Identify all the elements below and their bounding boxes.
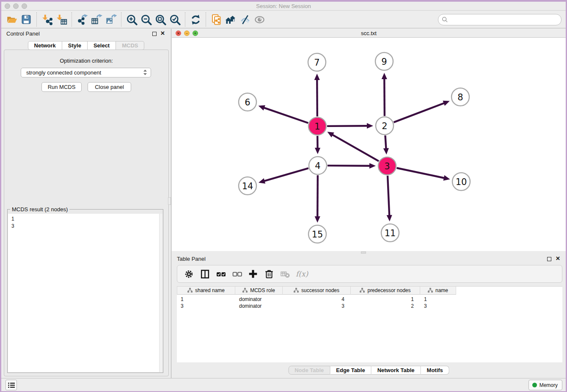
cell-successor-nodes[interactable]: 4 [283, 296, 351, 303]
horizontal-divider-handle[interactable] [361, 251, 366, 254]
save-session-icon[interactable] [19, 12, 33, 27]
first-neighbors-icon[interactable] [223, 12, 238, 27]
table-tab-node-table[interactable]: Node Table [288, 366, 330, 375]
toolbar-separator [121, 12, 121, 27]
result-line: 3 [11, 223, 14, 230]
show-all-icon[interactable] [252, 12, 267, 27]
zoom-fit-content-icon[interactable] [153, 12, 168, 27]
edge-arrowhead [259, 105, 265, 110]
horizontal-divider[interactable] [172, 251, 566, 254]
zoom-in-icon[interactable] [124, 12, 139, 27]
select-all-rows-icon[interactable] [215, 268, 226, 279]
result-scrollbar[interactable] [159, 214, 162, 372]
task-history-button[interactable] [6, 380, 17, 390]
cell-shared-name[interactable]: 1 [177, 296, 235, 303]
table-tab-motifs[interactable]: Motifs [421, 366, 449, 375]
graph-edge-3-11[interactable] [388, 176, 389, 216]
cell-mcds-role[interactable]: dominator [235, 303, 283, 309]
mcds-result-lines: 13 [11, 215, 14, 230]
graph-node-label: 15 [312, 229, 323, 240]
cell-predecessor-nodes[interactable]: 2 [351, 303, 420, 309]
memory-label: Memory [539, 382, 558, 388]
mcds-result-textarea[interactable]: 13 [8, 214, 162, 372]
graph-edge-3-10[interactable] [397, 168, 445, 178]
graph-edge-4-14[interactable] [264, 168, 308, 181]
graph-node-label: 11 [385, 228, 396, 238]
deselect-all-rows-icon[interactable] [231, 268, 242, 279]
close-panel-button[interactable]: Close panel [88, 82, 131, 92]
column-header-predecessor-nodes[interactable]: predecessor nodes [351, 287, 420, 295]
graph-edge-1-7[interactable] [317, 79, 317, 116]
tab-style[interactable]: Style [62, 41, 88, 50]
export-table-icon[interactable] [89, 12, 104, 27]
graph-node-label: 7 [314, 58, 319, 68]
column-header-name[interactable]: name [420, 287, 456, 295]
edge-arrowhead [443, 101, 449, 106]
float-panel-icon[interactable] [152, 32, 157, 36]
list-icon [8, 382, 15, 388]
close-table-panel-icon[interactable]: ✕ [556, 255, 560, 262]
apply-preferred-layout-icon[interactable] [188, 12, 203, 27]
graph-edge-2-3[interactable] [385, 135, 386, 149]
show-column-icon[interactable] [199, 268, 210, 279]
network-canvas[interactable]: 1234678910111415 [172, 38, 566, 251]
tab-mcds[interactable]: MCDS [116, 41, 144, 50]
criterion-select[interactable]: strongly connected component [21, 68, 151, 77]
search-box[interactable] [438, 14, 561, 25]
hide-selected-icon[interactable] [238, 12, 252, 27]
zoom-selected-region-icon[interactable] [168, 12, 182, 27]
close-panel-icon[interactable]: ✕ [160, 30, 165, 36]
tab-network[interactable]: Network [28, 41, 62, 50]
memory-button[interactable]: Memory [528, 380, 562, 390]
table-row[interactable]: 1dominator411 [177, 296, 456, 303]
cell-mcds-role[interactable]: dominator [235, 296, 283, 303]
panel-divider[interactable] [171, 29, 171, 378]
graph-edge-4-15[interactable] [317, 175, 318, 217]
main-toolbar [1, 11, 566, 28]
optimization-criterion-label: Optimization criterion: [4, 58, 168, 64]
window-title: Session: New Session [1, 3, 566, 9]
float-table-panel-icon[interactable] [547, 257, 551, 261]
create-column-icon[interactable] [248, 268, 259, 279]
network-title: scc.txt [172, 30, 566, 36]
graph-edge-4-3[interactable] [328, 166, 370, 166]
network-from-selection-icon[interactable] [209, 12, 223, 27]
graph-edge-2-8[interactable] [394, 103, 445, 122]
toolbar-separator [185, 12, 185, 27]
column-header-mcds-role[interactable]: MCDS role [235, 287, 283, 295]
column-header-successor-nodes[interactable]: successor nodes [283, 287, 351, 295]
node-table[interactable]: shared nameMCDS rolesuccessor nodesprede… [177, 286, 562, 362]
graph-edge-3-1[interactable] [332, 135, 379, 161]
zoom-out-icon[interactable] [139, 12, 153, 27]
cell-name[interactable]: 3 [420, 303, 456, 309]
table-tab-network-table[interactable]: Network Table [372, 366, 421, 375]
table-row[interactable]: 3dominator323 [177, 303, 456, 309]
table-tab-edge-table[interactable]: Edge Table [330, 366, 371, 375]
export-network-icon[interactable] [75, 12, 89, 27]
edge-arrowhead [315, 216, 320, 223]
cell-successor-nodes[interactable]: 3 [283, 303, 351, 309]
cell-shared-name[interactable]: 3 [177, 303, 235, 309]
search-input[interactable] [448, 16, 561, 24]
cell-predecessor-nodes[interactable]: 1 [351, 296, 420, 303]
status-bar: Memory [1, 378, 566, 391]
desktop-edge [0, 0, 567, 2]
export-image-icon[interactable] [104, 12, 118, 27]
control-panel: Control Panel ✕ NetworkStyleSelectMCDS O… [1, 29, 171, 378]
table-mode-icon[interactable] [183, 268, 194, 279]
network-window-titlebar[interactable]: ✕ – + scc.txt [172, 29, 566, 38]
run-mcds-button[interactable]: Run MCDS [41, 82, 82, 92]
column-header-shared-name[interactable]: shared name [177, 287, 235, 295]
open-session-icon[interactable] [5, 12, 19, 27]
tab-select[interactable]: Select [88, 41, 116, 50]
delete-columns-icon[interactable] [264, 268, 275, 279]
application-window: Session: New Session [0, 0, 567, 392]
graph-edge-1-6[interactable] [264, 108, 308, 123]
import-network-from-file-icon[interactable] [40, 12, 54, 27]
graph-edge-2-9[interactable] [384, 78, 385, 116]
graph-edge-1-2[interactable] [327, 126, 368, 126]
cell-name[interactable]: 1 [420, 296, 456, 303]
panel-divider-handle[interactable] [168, 197, 171, 205]
import-table-from-file-icon[interactable] [54, 12, 69, 27]
table-toolbar: f(x) [177, 265, 562, 283]
